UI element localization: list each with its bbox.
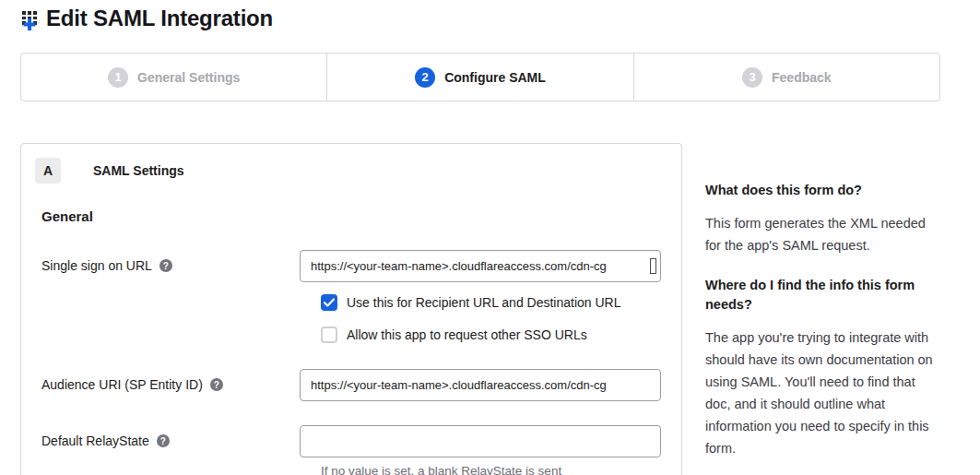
other-sso-urls-checkbox[interactable]: [321, 327, 337, 343]
field-label-wrap: Single sign on URL ?: [41, 250, 300, 282]
field-label-wrap: Default RelayState ?: [41, 425, 300, 457]
edit-saml-integration-page: Edit SAML Integration 1 General Settings…: [0, 0, 980, 475]
step-label: Feedback: [772, 70, 832, 85]
sso-url-input-wrap: [300, 250, 661, 282]
field-row-audience-uri: Audience URI (SP Entity ID) ?: [21, 369, 681, 401]
sidebar-heading-where: Where do I find the info this form needs…: [705, 276, 939, 315]
section-title: SAML Settings: [93, 163, 184, 178]
help-icon[interactable]: ?: [210, 378, 223, 391]
step-feedback[interactable]: 3 Feedback: [633, 53, 939, 101]
default-relaystate-input[interactable]: [300, 425, 661, 457]
field-control-wrap: [300, 250, 661, 282]
default-relaystate-label: Default RelayState: [41, 433, 149, 449]
sidebar-heading-what: What does this form do?: [705, 181, 939, 200]
section-badge-a: A: [35, 158, 61, 184]
audience-uri-label: Audience URI (SP Entity ID): [41, 376, 203, 393]
field-label-wrap: Audience URI (SP Entity ID) ?: [41, 369, 300, 401]
recipient-url-checkbox[interactable]: [321, 294, 337, 311]
other-sso-urls-checkbox-row: Allow this app to request other SSO URLs: [321, 327, 681, 343]
help-sidebar: What does this form do? This form genera…: [705, 181, 939, 475]
field-row-default-relaystate: Default RelayState ?: [21, 425, 681, 457]
step-number-badge: 2: [415, 67, 435, 88]
other-sso-urls-checkbox-label: Allow this app to request other SSO URLs: [347, 327, 587, 342]
text-caret: [650, 258, 656, 274]
field-control-wrap: [300, 369, 661, 401]
step-general-settings[interactable]: 1 General Settings: [21, 53, 326, 101]
group-title-general: General: [41, 208, 681, 224]
field-control-wrap: [300, 425, 661, 457]
help-icon[interactable]: ?: [159, 259, 172, 272]
page-title: Edit SAML Integration: [46, 6, 273, 31]
recipient-url-checkbox-label: Use this for Recipient URL and Destinati…: [347, 295, 621, 310]
sso-url-input[interactable]: [300, 250, 661, 282]
wizard-steps: 1 General Settings 2 Configure SAML 3 Fe…: [20, 53, 940, 101]
field-row-sso-url: Single sign on URL ?: [21, 250, 681, 282]
app-grid-plus-icon: [19, 6, 44, 31]
audience-uri-input[interactable]: [300, 369, 661, 401]
step-label: Configure SAML: [444, 70, 546, 85]
relaystate-hint: If no value is set, a blank RelayState i…: [321, 464, 681, 475]
sidebar-paragraph-what: This form generates the XML needed for t…: [705, 212, 939, 256]
saml-settings-card: A SAML Settings General Single sign on U…: [20, 143, 682, 475]
step-label: General Settings: [137, 70, 240, 85]
help-icon[interactable]: ?: [157, 434, 170, 447]
step-number-badge: 1: [108, 67, 128, 88]
sso-url-label: Single sign on URL: [41, 257, 152, 274]
recipient-url-checkbox-row: Use this for Recipient URL and Destinati…: [321, 294, 681, 311]
step-number-badge: 3: [742, 67, 762, 88]
section-header: A SAML Settings: [35, 158, 681, 184]
sidebar-paragraph-where: The app you're trying to integrate with …: [705, 327, 939, 459]
step-configure-saml[interactable]: 2 Configure SAML: [326, 53, 632, 101]
page-header: Edit SAML Integration: [19, 6, 273, 31]
